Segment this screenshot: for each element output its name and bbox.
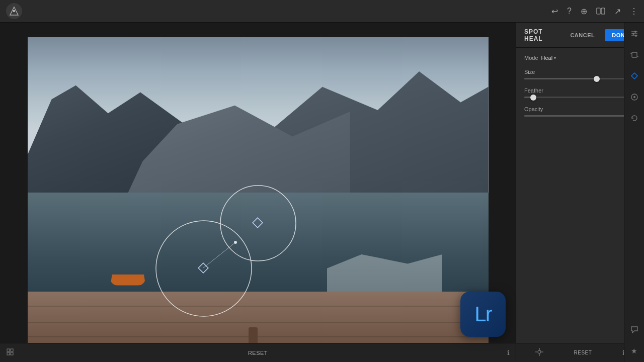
reset-button[interactable]: RESET bbox=[248, 350, 268, 356]
reset-label[interactable]: RESET bbox=[574, 350, 592, 355]
svg-point-20 bbox=[635, 35, 637, 37]
boat-body bbox=[110, 275, 145, 286]
svg-rect-21 bbox=[632, 52, 637, 57]
canvas-area[interactable] bbox=[0, 23, 516, 362]
crop-icon[interactable] bbox=[627, 48, 641, 62]
photo-container bbox=[28, 37, 489, 347]
tool-title: SPOT HEAL bbox=[524, 28, 560, 42]
lr-badge: Lr bbox=[460, 292, 506, 337]
size-label-row: Size 81 bbox=[524, 69, 636, 75]
svg-rect-29 bbox=[11, 352, 13, 355]
main-area: SPOT HEAL CANCEL DONE Mode Heal ▾ Size 8… bbox=[0, 23, 644, 362]
opacity-slider-row: Opacity 100 bbox=[524, 106, 636, 117]
bottom-bar: RESET ℹ bbox=[0, 343, 516, 362]
selective-icon[interactable] bbox=[627, 90, 641, 104]
size-slider-row: Size 81 bbox=[524, 69, 636, 79]
size-label: Size bbox=[524, 69, 535, 75]
photo-background bbox=[28, 37, 489, 347]
size-slider-thumb[interactable] bbox=[594, 76, 600, 82]
svg-point-25 bbox=[633, 96, 635, 98]
svg-rect-27 bbox=[11, 349, 13, 351]
mode-selector[interactable]: Heal ▾ bbox=[541, 55, 556, 61]
side-icon-strip: ★ bbox=[624, 23, 644, 362]
svg-point-18 bbox=[634, 31, 636, 33]
svg-rect-28 bbox=[7, 352, 10, 355]
zoom-fit-icon[interactable] bbox=[6, 348, 14, 357]
mode-row: Mode Heal ▾ bbox=[524, 55, 636, 61]
lr-logo-text: Lr bbox=[474, 302, 491, 326]
size-slider-track[interactable] bbox=[524, 78, 636, 79]
dock-plank-3 bbox=[28, 336, 489, 337]
feather-slider-row: Feather 11 bbox=[524, 87, 636, 98]
svg-rect-3 bbox=[601, 8, 605, 14]
boat bbox=[110, 268, 150, 286]
info-icon-bottom[interactable]: ℹ bbox=[507, 349, 510, 356]
add-icon[interactable]: ⊕ bbox=[581, 7, 587, 16]
cancel-button[interactable]: CANCEL bbox=[566, 29, 599, 41]
feather-label: Feather bbox=[524, 87, 543, 94]
more-icon[interactable]: ⋮ bbox=[630, 7, 638, 16]
feather-label-row: Feather 11 bbox=[524, 87, 636, 94]
svg-point-10 bbox=[538, 350, 541, 353]
comment-icon[interactable] bbox=[627, 323, 641, 337]
tool-options-icon[interactable] bbox=[535, 348, 543, 357]
opacity-label: Opacity bbox=[524, 106, 543, 112]
opacity-label-row: Opacity 100 bbox=[524, 106, 636, 112]
svg-rect-2 bbox=[597, 8, 600, 14]
sliders-icon[interactable] bbox=[627, 27, 641, 41]
opacity-slider-fill bbox=[524, 115, 636, 117]
dock-layer bbox=[28, 292, 489, 347]
feather-slider-track[interactable] bbox=[524, 97, 636, 98]
heal-icon[interactable] bbox=[627, 69, 641, 83]
svg-rect-1 bbox=[13, 10, 15, 12]
mode-label: Mode bbox=[524, 55, 538, 61]
undo-icon[interactable]: ↩ bbox=[551, 7, 558, 16]
dock-plank-1 bbox=[28, 306, 489, 307]
svg-point-19 bbox=[632, 33, 634, 35]
help-icon[interactable]: ? bbox=[567, 7, 572, 16]
feather-slider-thumb[interactable] bbox=[530, 95, 536, 101]
topbar: ↩ ? ⊕ ↗ ⋮ bbox=[0, 0, 644, 23]
history-icon[interactable] bbox=[627, 111, 641, 125]
share-icon[interactable]: ↗ bbox=[614, 7, 621, 16]
opacity-slider-track[interactable] bbox=[524, 115, 636, 117]
star-icon[interactable]: ★ bbox=[627, 344, 641, 358]
svg-rect-26 bbox=[7, 349, 10, 351]
dock-plank-2 bbox=[28, 322, 489, 323]
compare-icon[interactable] bbox=[596, 7, 605, 16]
mode-value-text: Heal bbox=[541, 55, 553, 61]
size-slider-fill bbox=[524, 78, 597, 79]
app-logo bbox=[6, 3, 22, 19]
chevron-down-icon: ▾ bbox=[554, 56, 556, 60]
